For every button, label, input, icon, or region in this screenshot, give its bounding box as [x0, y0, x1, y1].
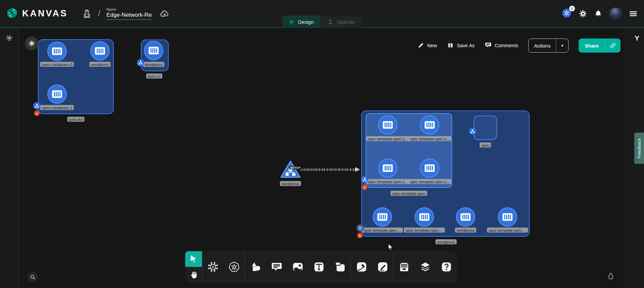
pencil-icon	[377, 261, 389, 273]
notifications-bell-icon[interactable]	[594, 9, 602, 18]
count-badge[interactable]: 3	[362, 185, 368, 190]
relationship-badge[interactable]	[137, 59, 144, 66]
feedback-tab[interactable]: Feedback	[634, 133, 644, 164]
node-label: spec.template.spec....	[487, 228, 528, 233]
service-node[interactable]	[279, 159, 302, 181]
hamburger-menu-icon[interactable]	[629, 9, 638, 18]
node-label: wordpress	[455, 228, 476, 233]
relationship-badge[interactable]	[361, 176, 368, 183]
pan-tool[interactable]	[185, 267, 202, 283]
help-icon	[440, 261, 452, 273]
pen-tool[interactable]	[351, 251, 372, 283]
bottom-toolbar	[185, 251, 458, 283]
note-tool[interactable]	[329, 251, 351, 283]
group-label: pod-skd	[67, 117, 85, 122]
kubernetes-components-tool[interactable]	[223, 251, 245, 283]
settings-gear-icon[interactable]	[579, 9, 587, 18]
node-label: spec.template.spec.s...	[366, 179, 409, 184]
tab-operate-label: Operate	[337, 19, 355, 25]
relationship-badge[interactable]	[469, 128, 476, 135]
shapes-tool[interactable]	[245, 251, 266, 283]
new-button[interactable]: New	[418, 42, 437, 50]
organization-icon[interactable]	[82, 9, 92, 19]
toolbar-group	[202, 251, 245, 283]
count-badge[interactable]: 5	[357, 233, 363, 238]
node-label: wordpress	[280, 181, 301, 186]
user-avatar[interactable]	[609, 7, 622, 20]
operate-icon	[327, 18, 334, 25]
drawer-tool[interactable]	[393, 251, 415, 283]
node-spec[interactable]	[474, 116, 497, 140]
tab-design[interactable]: Design	[282, 16, 321, 28]
zoom-search-button[interactable]	[27, 272, 38, 282]
share-button[interactable]: Share	[579, 39, 621, 53]
relationship-badge[interactable]	[357, 224, 364, 232]
container-node[interactable]	[378, 115, 397, 135]
share-label: Share	[579, 43, 605, 49]
group-label: wordpress	[435, 239, 457, 244]
group-actions-flower-icon[interactable]	[25, 37, 39, 50]
container-node[interactable]	[456, 207, 475, 227]
group-label: pod-rcc	[146, 74, 162, 79]
layers-tool[interactable]	[415, 251, 436, 283]
node-label: spec	[480, 143, 491, 148]
pencil-tool[interactable]	[372, 251, 393, 283]
kanvas-logo-icon	[5, 6, 19, 21]
design-name-input[interactable]: Edge-Network-Relatio	[106, 12, 152, 20]
container-node[interactable]	[144, 41, 163, 60]
actions-label: Actions	[529, 43, 556, 49]
group-label: spec.template.spec	[390, 191, 427, 196]
tab-operate[interactable]: Operate	[321, 16, 362, 28]
note-icon	[334, 261, 346, 273]
help-tool[interactable]	[436, 251, 457, 283]
kanvas-logo[interactable]: KANVAS	[5, 6, 68, 21]
node-label: spec.template.spec.s...	[366, 136, 409, 141]
node-label: wordpress	[89, 62, 110, 67]
save-as-label: Save As	[457, 43, 475, 48]
meshery-spiral-icon[interactable]	[5, 33, 14, 44]
comments-label: Comments	[495, 43, 518, 48]
copy-link-icon[interactable]	[605, 42, 621, 49]
left-rail	[0, 28, 19, 288]
design-spiral-icon	[288, 18, 295, 25]
count-badge[interactable]: 2	[34, 111, 40, 116]
cursor-icon	[189, 255, 198, 264]
comments-button[interactable]: Comments	[485, 42, 518, 50]
node-label: spec.containers.1	[40, 105, 74, 110]
container-node[interactable]	[373, 207, 392, 227]
edge-arrowhead-icon	[354, 166, 361, 174]
media-tool[interactable]	[287, 251, 308, 283]
toolbar-group	[185, 251, 202, 283]
node-label: spec.containers.0	[40, 62, 74, 67]
node-label: spec.template.spec.s...	[408, 179, 451, 184]
k8s-context-count-badge: 1	[569, 6, 575, 11]
relationship-badge[interactable]	[33, 102, 41, 110]
save-as-button[interactable]: Save As	[447, 42, 475, 50]
text-icon	[313, 261, 325, 273]
text-tool[interactable]	[308, 251, 329, 283]
container-node[interactable]	[420, 158, 439, 178]
mode-tabs: Design Operate	[282, 16, 362, 28]
container-node[interactable]	[378, 158, 397, 178]
container-node[interactable]	[47, 84, 67, 104]
dock-y-icon[interactable]: Y	[635, 34, 639, 42]
k8s-context-switcher[interactable]: 1	[561, 8, 572, 19]
node-label: spec.template.spec....	[362, 228, 403, 233]
toolbar-group	[393, 251, 457, 283]
ink-droplet-icon[interactable]	[606, 272, 615, 282]
comment-icon	[485, 42, 492, 50]
container-node[interactable]	[47, 42, 67, 61]
comment-tool[interactable]	[266, 251, 287, 283]
node-label: spec.template.spec.s...	[408, 136, 451, 141]
container-node[interactable]	[90, 41, 110, 61]
container-node[interactable]	[420, 115, 439, 135]
hand-icon	[189, 270, 198, 279]
save-icon	[447, 42, 454, 50]
actions-dropdown-button[interactable]: Actions ▼	[528, 39, 569, 53]
select-tool[interactable]	[185, 251, 202, 267]
edge-port-label: 80/TCP	[289, 166, 302, 169]
container-node[interactable]	[498, 207, 517, 227]
components-tool[interactable]	[202, 251, 223, 283]
container-node[interactable]	[415, 207, 434, 227]
caret-down-icon[interactable]: ▼	[556, 44, 568, 48]
